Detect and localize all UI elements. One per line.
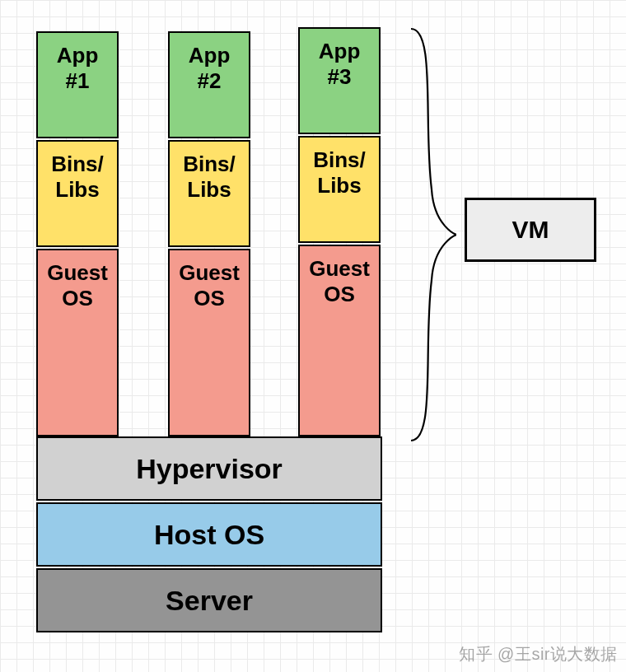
hypervisor-box: Hypervisor xyxy=(36,436,382,501)
app-box-1: App#1 xyxy=(36,31,119,138)
server-box: Server xyxy=(36,568,382,632)
guest-os-box-1: GuestOS xyxy=(36,249,119,436)
host-os-box: Host OS xyxy=(36,502,382,567)
bins-box-1: Bins/Libs xyxy=(36,140,119,247)
app-box-2: App#2 xyxy=(168,31,250,138)
vm-label-box: VM xyxy=(465,198,596,262)
diagram-stage: App#1 Bins/Libs GuestOS App#2 Bins/Libs … xyxy=(36,25,596,651)
brace-icon xyxy=(407,25,456,445)
bins-box-3: Bins/Libs xyxy=(298,136,381,243)
app-box-3: App#3 xyxy=(298,27,381,134)
bins-box-2: Bins/Libs xyxy=(168,140,250,247)
watermark-text: 知乎 @王sir说大数据 xyxy=(459,643,618,665)
guest-os-box-2: GuestOS xyxy=(168,249,250,436)
guest-os-box-3: GuestOS xyxy=(298,245,381,436)
